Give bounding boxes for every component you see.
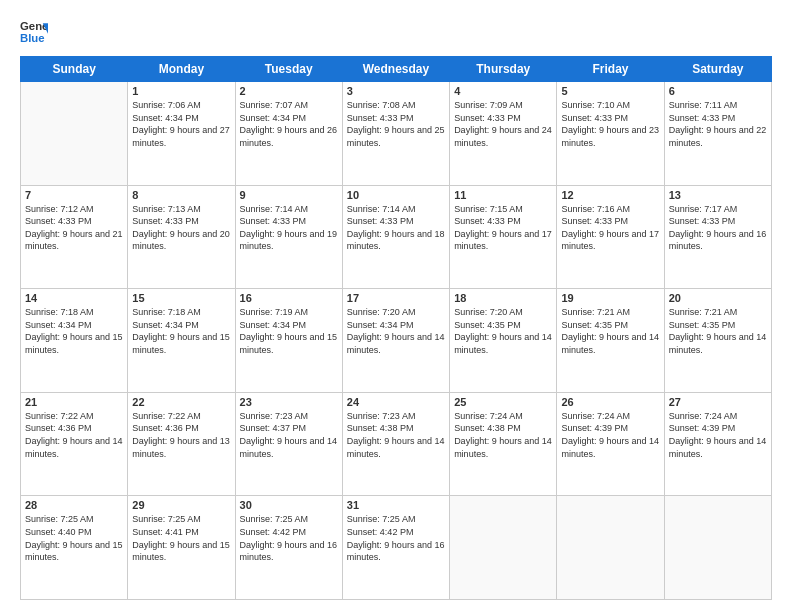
day-info: Sunrise: 7:21 AMSunset: 4:35 PMDaylight:… bbox=[561, 306, 659, 356]
calendar-cell: 31Sunrise: 7:25 AMSunset: 4:42 PMDayligh… bbox=[342, 496, 449, 600]
day-info: Sunrise: 7:08 AMSunset: 4:33 PMDaylight:… bbox=[347, 99, 445, 149]
weekday-header-wednesday: Wednesday bbox=[342, 57, 449, 82]
day-number: 8 bbox=[132, 189, 230, 201]
calendar-cell: 10Sunrise: 7:14 AMSunset: 4:33 PMDayligh… bbox=[342, 185, 449, 289]
calendar-cell bbox=[557, 496, 664, 600]
weekday-header-sunday: Sunday bbox=[21, 57, 128, 82]
weekday-header-friday: Friday bbox=[557, 57, 664, 82]
day-info: Sunrise: 7:25 AMSunset: 4:40 PMDaylight:… bbox=[25, 513, 123, 563]
day-info: Sunrise: 7:25 AMSunset: 4:41 PMDaylight:… bbox=[132, 513, 230, 563]
calendar-week-4: 21Sunrise: 7:22 AMSunset: 4:36 PMDayligh… bbox=[21, 392, 772, 496]
day-number: 1 bbox=[132, 85, 230, 97]
day-number: 20 bbox=[669, 292, 767, 304]
calendar-cell: 6Sunrise: 7:11 AMSunset: 4:33 PMDaylight… bbox=[664, 82, 771, 186]
header: General Blue bbox=[20, 18, 772, 46]
day-info: Sunrise: 7:07 AMSunset: 4:34 PMDaylight:… bbox=[240, 99, 338, 149]
day-info: Sunrise: 7:23 AMSunset: 4:38 PMDaylight:… bbox=[347, 410, 445, 460]
day-info: Sunrise: 7:24 AMSunset: 4:39 PMDaylight:… bbox=[669, 410, 767, 460]
calendar-cell: 16Sunrise: 7:19 AMSunset: 4:34 PMDayligh… bbox=[235, 289, 342, 393]
day-number: 15 bbox=[132, 292, 230, 304]
day-info: Sunrise: 7:25 AMSunset: 4:42 PMDaylight:… bbox=[240, 513, 338, 563]
calendar-cell: 13Sunrise: 7:17 AMSunset: 4:33 PMDayligh… bbox=[664, 185, 771, 289]
page: General Blue SundayMondayTuesdayWednesda… bbox=[0, 0, 792, 612]
day-info: Sunrise: 7:18 AMSunset: 4:34 PMDaylight:… bbox=[132, 306, 230, 356]
day-number: 7 bbox=[25, 189, 123, 201]
calendar-cell bbox=[21, 82, 128, 186]
logo: General Blue bbox=[20, 18, 48, 46]
day-info: Sunrise: 7:20 AMSunset: 4:34 PMDaylight:… bbox=[347, 306, 445, 356]
calendar-cell: 7Sunrise: 7:12 AMSunset: 4:33 PMDaylight… bbox=[21, 185, 128, 289]
day-number: 16 bbox=[240, 292, 338, 304]
calendar-week-5: 28Sunrise: 7:25 AMSunset: 4:40 PMDayligh… bbox=[21, 496, 772, 600]
day-number: 9 bbox=[240, 189, 338, 201]
day-info: Sunrise: 7:25 AMSunset: 4:42 PMDaylight:… bbox=[347, 513, 445, 563]
day-number: 10 bbox=[347, 189, 445, 201]
calendar-cell: 19Sunrise: 7:21 AMSunset: 4:35 PMDayligh… bbox=[557, 289, 664, 393]
day-info: Sunrise: 7:13 AMSunset: 4:33 PMDaylight:… bbox=[132, 203, 230, 253]
day-number: 23 bbox=[240, 396, 338, 408]
day-number: 6 bbox=[669, 85, 767, 97]
calendar-cell bbox=[664, 496, 771, 600]
calendar-cell: 14Sunrise: 7:18 AMSunset: 4:34 PMDayligh… bbox=[21, 289, 128, 393]
day-number: 21 bbox=[25, 396, 123, 408]
calendar-table: SundayMondayTuesdayWednesdayThursdayFrid… bbox=[20, 56, 772, 600]
svg-text:General: General bbox=[20, 20, 48, 32]
calendar-cell: 26Sunrise: 7:24 AMSunset: 4:39 PMDayligh… bbox=[557, 392, 664, 496]
day-info: Sunrise: 7:12 AMSunset: 4:33 PMDaylight:… bbox=[25, 203, 123, 253]
weekday-header-saturday: Saturday bbox=[664, 57, 771, 82]
calendar-cell: 25Sunrise: 7:24 AMSunset: 4:38 PMDayligh… bbox=[450, 392, 557, 496]
day-number: 24 bbox=[347, 396, 445, 408]
day-number: 26 bbox=[561, 396, 659, 408]
calendar-week-3: 14Sunrise: 7:18 AMSunset: 4:34 PMDayligh… bbox=[21, 289, 772, 393]
day-info: Sunrise: 7:18 AMSunset: 4:34 PMDaylight:… bbox=[25, 306, 123, 356]
day-number: 12 bbox=[561, 189, 659, 201]
calendar-cell: 20Sunrise: 7:21 AMSunset: 4:35 PMDayligh… bbox=[664, 289, 771, 393]
day-info: Sunrise: 7:22 AMSunset: 4:36 PMDaylight:… bbox=[25, 410, 123, 460]
calendar-cell: 28Sunrise: 7:25 AMSunset: 4:40 PMDayligh… bbox=[21, 496, 128, 600]
day-number: 3 bbox=[347, 85, 445, 97]
calendar-week-2: 7Sunrise: 7:12 AMSunset: 4:33 PMDaylight… bbox=[21, 185, 772, 289]
day-number: 30 bbox=[240, 499, 338, 511]
calendar-cell: 4Sunrise: 7:09 AMSunset: 4:33 PMDaylight… bbox=[450, 82, 557, 186]
day-info: Sunrise: 7:22 AMSunset: 4:36 PMDaylight:… bbox=[132, 410, 230, 460]
day-info: Sunrise: 7:24 AMSunset: 4:39 PMDaylight:… bbox=[561, 410, 659, 460]
weekday-header-tuesday: Tuesday bbox=[235, 57, 342, 82]
day-info: Sunrise: 7:11 AMSunset: 4:33 PMDaylight:… bbox=[669, 99, 767, 149]
day-number: 11 bbox=[454, 189, 552, 201]
day-number: 19 bbox=[561, 292, 659, 304]
calendar-cell: 27Sunrise: 7:24 AMSunset: 4:39 PMDayligh… bbox=[664, 392, 771, 496]
day-info: Sunrise: 7:24 AMSunset: 4:38 PMDaylight:… bbox=[454, 410, 552, 460]
calendar-cell: 30Sunrise: 7:25 AMSunset: 4:42 PMDayligh… bbox=[235, 496, 342, 600]
calendar-week-1: 1Sunrise: 7:06 AMSunset: 4:34 PMDaylight… bbox=[21, 82, 772, 186]
calendar-cell: 8Sunrise: 7:13 AMSunset: 4:33 PMDaylight… bbox=[128, 185, 235, 289]
weekday-header-row: SundayMondayTuesdayWednesdayThursdayFrid… bbox=[21, 57, 772, 82]
logo-icon: General Blue bbox=[20, 18, 48, 46]
day-number: 22 bbox=[132, 396, 230, 408]
day-info: Sunrise: 7:09 AMSunset: 4:33 PMDaylight:… bbox=[454, 99, 552, 149]
day-info: Sunrise: 7:14 AMSunset: 4:33 PMDaylight:… bbox=[347, 203, 445, 253]
day-info: Sunrise: 7:06 AMSunset: 4:34 PMDaylight:… bbox=[132, 99, 230, 149]
calendar-cell: 17Sunrise: 7:20 AMSunset: 4:34 PMDayligh… bbox=[342, 289, 449, 393]
calendar-cell: 12Sunrise: 7:16 AMSunset: 4:33 PMDayligh… bbox=[557, 185, 664, 289]
calendar-cell: 11Sunrise: 7:15 AMSunset: 4:33 PMDayligh… bbox=[450, 185, 557, 289]
day-number: 25 bbox=[454, 396, 552, 408]
day-number: 31 bbox=[347, 499, 445, 511]
day-number: 5 bbox=[561, 85, 659, 97]
day-info: Sunrise: 7:20 AMSunset: 4:35 PMDaylight:… bbox=[454, 306, 552, 356]
calendar-cell: 18Sunrise: 7:20 AMSunset: 4:35 PMDayligh… bbox=[450, 289, 557, 393]
calendar-cell: 29Sunrise: 7:25 AMSunset: 4:41 PMDayligh… bbox=[128, 496, 235, 600]
day-number: 14 bbox=[25, 292, 123, 304]
svg-text:Blue: Blue bbox=[20, 32, 45, 44]
day-info: Sunrise: 7:10 AMSunset: 4:33 PMDaylight:… bbox=[561, 99, 659, 149]
weekday-header-monday: Monday bbox=[128, 57, 235, 82]
calendar-cell bbox=[450, 496, 557, 600]
day-info: Sunrise: 7:17 AMSunset: 4:33 PMDaylight:… bbox=[669, 203, 767, 253]
day-number: 28 bbox=[25, 499, 123, 511]
calendar-cell: 2Sunrise: 7:07 AMSunset: 4:34 PMDaylight… bbox=[235, 82, 342, 186]
calendar-cell: 3Sunrise: 7:08 AMSunset: 4:33 PMDaylight… bbox=[342, 82, 449, 186]
weekday-header-thursday: Thursday bbox=[450, 57, 557, 82]
day-info: Sunrise: 7:16 AMSunset: 4:33 PMDaylight:… bbox=[561, 203, 659, 253]
day-info: Sunrise: 7:15 AMSunset: 4:33 PMDaylight:… bbox=[454, 203, 552, 253]
day-number: 13 bbox=[669, 189, 767, 201]
calendar-cell: 15Sunrise: 7:18 AMSunset: 4:34 PMDayligh… bbox=[128, 289, 235, 393]
